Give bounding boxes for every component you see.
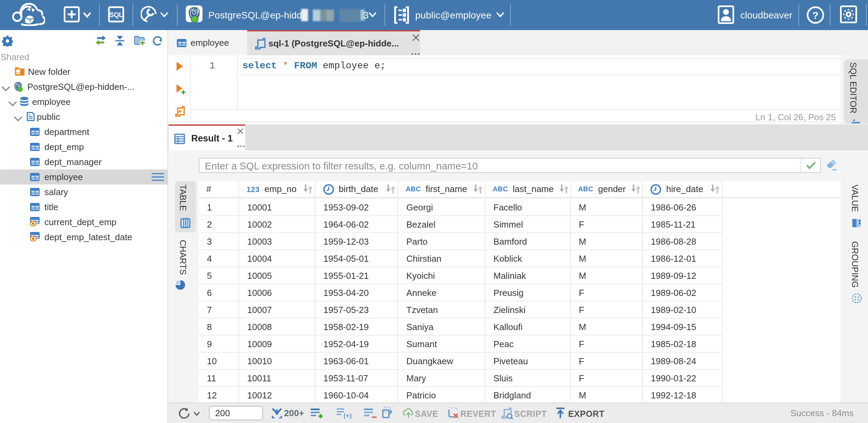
svg-text:SQL: SQL (109, 11, 123, 18)
svg-text:(+): (+) (344, 412, 352, 419)
svg-text:?: ? (812, 10, 818, 21)
